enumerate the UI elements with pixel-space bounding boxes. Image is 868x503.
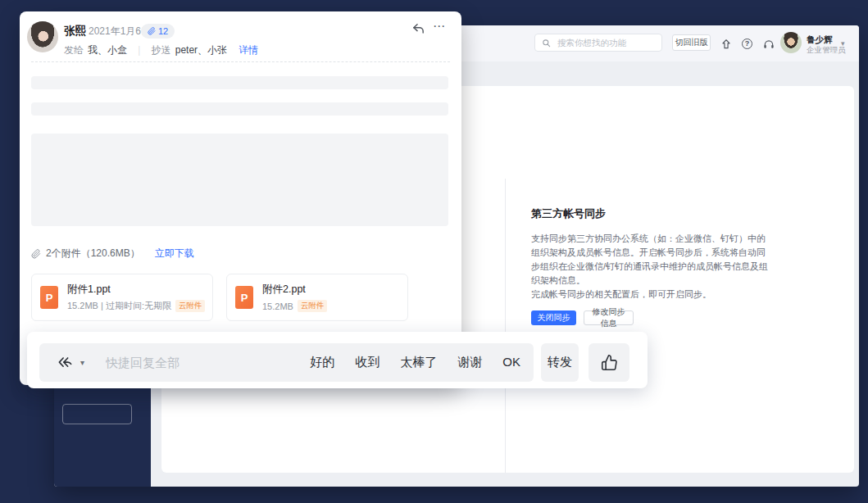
attachment-card[interactable]: P 附件2.ppt 15.2MB 云附件	[226, 274, 408, 321]
cc-label: 抄送	[152, 43, 171, 57]
third-party-sync-section: 第三方帐号同步 支持同步第三方协同办公系统（如：企业微信、钉钉）中的组织架构及成…	[531, 206, 777, 325]
ppt-file-icon: P	[40, 286, 58, 309]
user-avatar[interactable]	[780, 32, 802, 53]
section-description: 支持同步第三方协同办公系统（如：企业微信、钉钉）中的组织架构及成员帐号信息。开启…	[531, 232, 770, 301]
screen: 切回旧版 ? 鲁少辉 企业管理员 ▾ 第三方帐号同步 支持同步第三方协同办公系统…	[0, 0, 868, 503]
reply-icon[interactable]	[411, 22, 425, 36]
user-menu-caret-icon[interactable]: ▾	[841, 39, 845, 48]
attachment-count-badge[interactable]: 12	[141, 24, 175, 39]
attachment-meta: 15.2MB	[262, 301, 293, 311]
section-title: 第三方帐号同步	[531, 206, 777, 221]
thumbs-up-icon	[601, 354, 618, 371]
quick-reply-option[interactable]: 太棒了	[400, 355, 437, 370]
user-name: 鲁少辉	[807, 34, 833, 46]
help-icon[interactable]: ?	[741, 38, 753, 50]
mail-detail-panel: 张熙 2021年1月6日 12 ⋯ 发给 我、小盒 ｜ 抄送 peter、小张 …	[20, 11, 461, 385]
panel-divider	[505, 179, 506, 473]
to-label: 发给	[64, 43, 84, 57]
sidebar-clipped-button[interactable]	[62, 404, 132, 424]
quick-reply-input[interactable]	[104, 355, 300, 370]
attachments-header: 2个附件（120.6MB） 立即下载	[31, 247, 194, 261]
headset-icon[interactable]	[762, 38, 775, 50]
separator: ｜	[134, 43, 144, 57]
cc-value: peter、小张	[175, 43, 227, 57]
close-sync-button[interactable]: 关闭同步	[531, 310, 576, 325]
quick-reply-option[interactable]: 好的	[310, 355, 334, 370]
skeleton-block	[31, 134, 448, 226]
quick-reply-field[interactable]: ▾ 好的 收到 太棒了 谢谢 OK	[39, 343, 534, 382]
search-icon	[542, 39, 551, 48]
quick-reply-bar: ▾ 好的 收到 太棒了 谢谢 OK 转发	[27, 332, 648, 388]
search-input[interactable]	[556, 37, 655, 48]
like-button[interactable]	[589, 343, 629, 382]
quick-reply-option[interactable]: OK	[502, 355, 520, 370]
dashed-divider	[31, 61, 450, 62]
skeleton-line	[31, 102, 448, 116]
attachments-summary: 2个附件（120.6MB）	[46, 247, 140, 261]
attachment-name: 附件1.ppt	[67, 283, 205, 297]
attachment-name: 附件2.ppt	[262, 283, 327, 297]
quick-reply-option[interactable]: 谢谢	[457, 355, 482, 370]
reply-mode-caret-icon[interactable]: ▾	[80, 358, 84, 367]
user-role: 企业管理员	[807, 45, 846, 56]
download-all-link[interactable]: 立即下载	[155, 247, 194, 261]
modify-sync-info-button[interactable]: 修改同步信息	[584, 310, 634, 325]
skeleton-line	[31, 76, 448, 89]
cloud-attachment-badge: 云附件	[175, 300, 206, 312]
sender-avatar	[27, 21, 58, 52]
cloud-attachment-badge: 云附件	[298, 300, 328, 312]
recipients-row: 发给 我、小盒 ｜ 抄送 peter、小张 详情	[64, 43, 258, 57]
paperclip-icon	[148, 27, 156, 35]
quick-reply-options: 好的 收到 太棒了 谢谢 OK	[310, 355, 520, 370]
ppt-file-icon: P	[235, 286, 253, 309]
attachment-count: 12	[158, 26, 168, 36]
sender-name: 张熙	[64, 24, 86, 39]
reply-all-icon[interactable]	[57, 356, 73, 369]
forward-button[interactable]: 转发	[541, 343, 579, 382]
quick-reply-option[interactable]: 收到	[355, 355, 379, 370]
upgrade-icon[interactable]	[720, 38, 732, 50]
paperclip-icon	[31, 249, 41, 259]
attachment-meta: 15.2MB | 过期时间:无期限	[67, 300, 171, 312]
search-box[interactable]	[534, 34, 662, 52]
to-value: 我、小盒	[88, 43, 127, 57]
attachment-card[interactable]: P 附件1.ppt 15.2MB | 过期时间:无期限 云附件	[31, 274, 213, 321]
more-icon[interactable]: ⋯	[433, 19, 446, 34]
switch-old-version-button[interactable]: 切回旧版	[672, 34, 711, 51]
detail-link[interactable]: 详情	[239, 43, 258, 57]
